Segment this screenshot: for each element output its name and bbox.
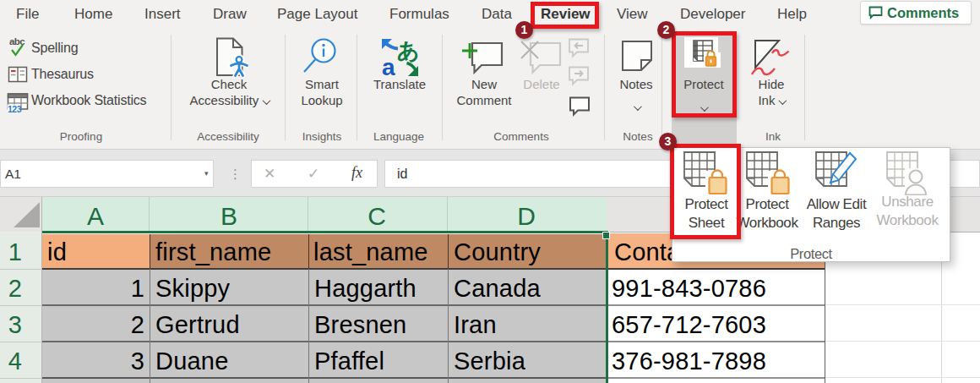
svg-text:a: a [382,54,395,79]
svg-text:あ: あ [397,38,419,63]
svg-text:123: 123 [8,104,22,113]
